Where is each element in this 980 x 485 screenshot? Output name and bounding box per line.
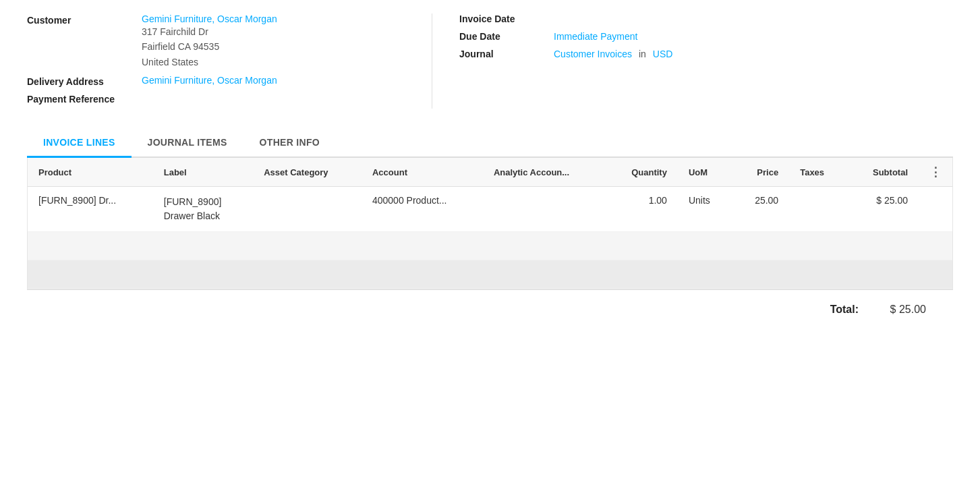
invoice-date-label: Invoice Date bbox=[459, 13, 554, 24]
cell-account: 400000 Product... bbox=[362, 187, 483, 232]
cell-label-line2: Drawer Black bbox=[164, 209, 242, 223]
cell-quantity: 1.00 bbox=[606, 187, 678, 232]
delivery-address-label: Delivery Address bbox=[27, 75, 142, 87]
customer-row: Customer Gemini Furniture, Oscar Morgan … bbox=[27, 13, 432, 69]
col-product: Product bbox=[28, 158, 153, 187]
tab-other-info[interactable]: OTHER INFO bbox=[243, 129, 336, 158]
invoice-lines-table: Product Label Asset Category Account Ana… bbox=[28, 158, 952, 289]
tab-journal-items[interactable]: JOURNAL ITEMS bbox=[132, 129, 243, 158]
customer-name-link[interactable]: Gemini Furniture, Oscar Morgan bbox=[142, 13, 277, 24]
tab-invoice-lines[interactable]: INVOICE LINES bbox=[27, 129, 132, 158]
invoice-lines-table-container: Product Label Asset Category Account Ana… bbox=[27, 158, 953, 289]
info-left: Customer Gemini Furniture, Oscar Morgan … bbox=[27, 13, 432, 109]
cell-label: [FURN_8900] Drawer Black bbox=[153, 187, 253, 232]
info-right: Invoice Date Due Date Immediate Payment … bbox=[432, 13, 953, 109]
col-subtotal: Subtotal bbox=[847, 158, 919, 187]
journal-label: Journal bbox=[459, 49, 554, 59]
col-quantity: Quantity bbox=[606, 158, 678, 187]
total-label: Total: bbox=[830, 304, 859, 316]
col-asset-category: Asset Category bbox=[253, 158, 362, 187]
invoice-date-row: Invoice Date bbox=[459, 13, 953, 24]
address-line3: United States bbox=[142, 55, 277, 69]
due-date-label: Due Date bbox=[459, 31, 554, 42]
journal-row: Journal Customer Invoices in USD bbox=[459, 49, 953, 59]
payment-reference-label: Payment Reference bbox=[27, 92, 142, 105]
due-date-value[interactable]: Immediate Payment bbox=[554, 31, 638, 42]
due-date-row: Due Date Immediate Payment bbox=[459, 31, 953, 42]
cell-label-line1: [FURN_8900] bbox=[164, 195, 242, 209]
tabs-container: INVOICE LINES JOURNAL ITEMS OTHER INFO bbox=[27, 129, 953, 158]
delivery-address-row: Delivery Address Gemini Furniture, Oscar… bbox=[27, 75, 432, 87]
address-line1: 317 Fairchild Dr bbox=[142, 24, 277, 39]
cell-row-actions bbox=[919, 187, 952, 232]
address-line2: Fairfield CA 94535 bbox=[142, 39, 277, 54]
journal-value[interactable]: Customer Invoices bbox=[554, 49, 632, 59]
payment-reference-row: Payment Reference bbox=[27, 92, 432, 105]
info-grid: Customer Gemini Furniture, Oscar Morgan … bbox=[27, 13, 953, 109]
total-value: $ 25.00 bbox=[872, 304, 926, 316]
cell-asset-category bbox=[253, 187, 362, 232]
spacer-row-2 bbox=[28, 260, 952, 289]
cell-analytic-account bbox=[483, 187, 606, 232]
main-content: Customer Gemini Furniture, Oscar Morgan … bbox=[0, 0, 980, 343]
customer-address: 317 Fairchild Dr Fairfield CA 94535 Unit… bbox=[142, 24, 277, 69]
journal-currency[interactable]: USD bbox=[653, 49, 673, 59]
cell-price: 25.00 bbox=[732, 187, 790, 232]
delivery-address-value[interactable]: Gemini Furniture, Oscar Morgan bbox=[142, 75, 277, 86]
total-section: Total: $ 25.00 bbox=[27, 289, 953, 329]
cell-product: [FURN_8900] Dr... bbox=[28, 187, 153, 232]
journal-in-text: in bbox=[639, 49, 646, 59]
col-taxes: Taxes bbox=[789, 158, 847, 187]
cell-uom: Units bbox=[678, 187, 732, 232]
table-row[interactable]: [FURN_8900] Dr... [FURN_8900] Drawer Bla… bbox=[28, 187, 952, 232]
col-uom: UoM bbox=[678, 158, 732, 187]
col-label: Label bbox=[153, 158, 253, 187]
table-header-row: Product Label Asset Category Account Ana… bbox=[28, 158, 952, 187]
col-account: Account bbox=[362, 158, 483, 187]
spacer-row-1 bbox=[28, 232, 952, 260]
col-analytic-account: Analytic Accoun... bbox=[483, 158, 606, 187]
customer-label: Customer bbox=[27, 13, 142, 26]
total-row: Total: $ 25.00 bbox=[830, 304, 926, 316]
cell-taxes bbox=[789, 187, 847, 232]
col-actions: ⋮ bbox=[919, 158, 952, 187]
cell-subtotal: $ 25.00 bbox=[847, 187, 919, 232]
column-actions-icon[interactable]: ⋮ bbox=[929, 165, 942, 179]
col-price: Price bbox=[732, 158, 790, 187]
